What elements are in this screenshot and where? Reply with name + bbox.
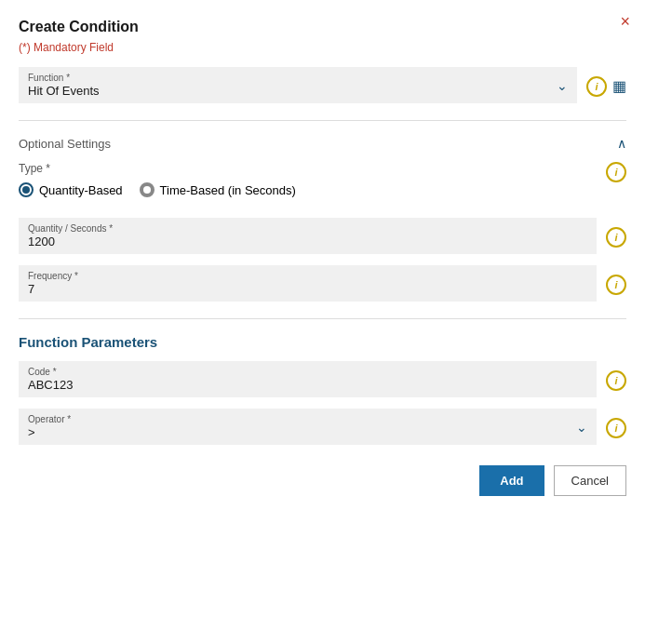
function-field-label: Function * — [28, 73, 70, 83]
radio-quantity-based[interactable]: Quantity-Based — [19, 182, 123, 197]
radio-time-icon — [140, 182, 155, 197]
modal-title: Create Condition — [19, 19, 626, 35]
function-dropdown[interactable]: Hit Of Events — [19, 67, 577, 103]
operator-dropdown[interactable]: > — [19, 409, 597, 445]
close-button[interactable]: × — [620, 13, 630, 30]
operator-field-row: Operator * > ⌄ i — [19, 409, 626, 447]
function-field-row: Function * Hit Of Events ⌄ i ▦ — [19, 67, 626, 105]
function-field-wrapper: Function * Hit Of Events ⌄ — [19, 67, 577, 103]
type-radio-group: Quantity-Based Time-Based (in Seconds) — [19, 182, 597, 197]
frequency-field-wrapper: Frequency * — [19, 265, 597, 302]
cancel-button[interactable]: Cancel — [554, 465, 626, 496]
quantity-field-wrapper: Quantity / Seconds * — [19, 218, 597, 254]
quantity-field-row: Quantity / Seconds * i — [19, 218, 626, 256]
frequency-info-icon[interactable]: i — [606, 275, 626, 295]
optional-settings-collapse-icon[interactable]: ∧ — [617, 136, 626, 151]
operator-field-label: Operator * — [28, 414, 71, 424]
function-info-icon[interactable]: i — [586, 76, 607, 97]
frequency-field-label: Frequency * — [28, 271, 78, 281]
frequency-input[interactable] — [19, 265, 597, 302]
optional-settings-title: Optional Settings — [19, 137, 111, 151]
divider-1 — [19, 120, 626, 121]
radio-time-label: Time-Based (in Seconds) — [160, 183, 296, 197]
type-info-icon[interactable]: i — [606, 162, 626, 182]
code-input[interactable] — [19, 361, 597, 397]
footer-row: Add Cancel — [19, 465, 626, 496]
quantity-info-icon[interactable]: i — [606, 227, 626, 248]
modal-container: × Create Condition (*) Mandatory Field F… — [0, 0, 645, 644]
radio-quantity-icon — [19, 182, 34, 197]
radio-quantity-label: Quantity-Based — [39, 183, 123, 197]
add-button[interactable]: Add — [479, 465, 544, 496]
operator-field-wrapper: Operator * > ⌄ — [19, 409, 597, 445]
frequency-field-row: Frequency * i — [19, 265, 626, 303]
layout-icon[interactable]: ▦ — [612, 77, 626, 95]
mandatory-label: (*) Mandatory Field — [19, 41, 626, 54]
divider-2 — [19, 318, 626, 319]
code-field-row: Code * i — [19, 361, 626, 399]
quantity-field-label: Quantity / Seconds * — [28, 223, 113, 234]
function-parameters-title: Function Parameters — [19, 334, 626, 350]
type-label: Type * — [19, 162, 597, 175]
optional-settings-header: Optional Settings ∧ — [19, 136, 626, 151]
code-info-icon[interactable]: i — [606, 370, 626, 391]
radio-time-based[interactable]: Time-Based (in Seconds) — [140, 182, 296, 197]
code-field-label: Code * — [28, 367, 57, 377]
code-field-wrapper: Code * — [19, 361, 597, 397]
operator-info-icon[interactable]: i — [606, 418, 626, 438]
